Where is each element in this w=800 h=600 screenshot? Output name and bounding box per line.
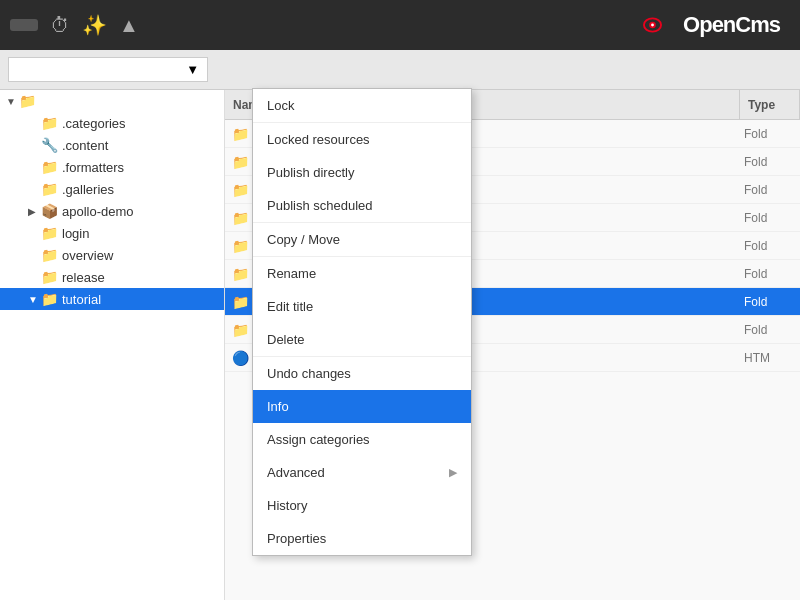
- col-header-type: Type: [740, 90, 800, 119]
- menu-item-label: Publish scheduled: [267, 198, 373, 213]
- row-icon: 📁: [225, 238, 255, 254]
- menu-item-label: Advanced: [267, 465, 325, 480]
- folder-icon: 📦: [40, 203, 58, 219]
- sidebar-item-apollo-demo[interactable]: ▶ 📦 apollo-demo: [0, 200, 224, 222]
- menu-item-undo-changes[interactable]: Undo changes: [253, 357, 471, 390]
- tree-item-label: release: [62, 270, 105, 285]
- menu-item-label: Edit title: [267, 299, 313, 314]
- folder-icon: 📁: [40, 181, 58, 197]
- row-type: Fold: [740, 155, 800, 169]
- toolbar-row: ▼: [0, 50, 800, 90]
- folder-icon: 📁: [40, 225, 58, 241]
- submenu-arrow-icon: ▶: [449, 466, 457, 479]
- row-icon: 📁: [225, 154, 255, 170]
- main-area: ▼ 📁 📁 .categories 🔧 .content 📁 .formatte…: [0, 90, 800, 600]
- row-type: Fold: [740, 127, 800, 141]
- sidebar-tree: 📁 .categories 🔧 .content 📁 .formatters 📁…: [0, 112, 224, 310]
- folder-icon: 📁: [40, 247, 58, 263]
- tree-root[interactable]: ▼ 📁: [0, 90, 224, 112]
- sidebar-item--formatters[interactable]: 📁 .formatters: [0, 156, 224, 178]
- menu-item-label: Publish directly: [267, 165, 354, 180]
- tree-item-label: overview: [62, 248, 113, 263]
- tree-item-label: login: [62, 226, 89, 241]
- logo: OpenCms: [643, 12, 780, 38]
- menu-item-label: Lock: [267, 98, 294, 113]
- toggle-icon: ▼: [6, 96, 18, 107]
- folder-icon: 📁: [40, 115, 58, 131]
- row-type: Fold: [740, 239, 800, 253]
- upload-icon[interactable]: ▲: [119, 14, 139, 37]
- explorer-button[interactable]: [10, 19, 38, 31]
- opencms-logo-text: OpenCms: [683, 12, 780, 38]
- folder-icon: 🔧: [40, 137, 58, 153]
- tree-item-label: .galleries: [62, 182, 114, 197]
- menu-item-advanced[interactable]: Advanced ▶: [253, 456, 471, 489]
- folder-icon: 📁: [40, 159, 58, 175]
- menu-item-locked-resources[interactable]: Locked resources: [253, 123, 471, 156]
- header: ⏱ ✨ ▲ OpenCms: [0, 0, 800, 50]
- menu-item-label: Rename: [267, 266, 316, 281]
- tree-item-label: .categories: [62, 116, 126, 131]
- wand-icon[interactable]: ✨: [82, 13, 107, 37]
- row-type: Fold: [740, 211, 800, 225]
- sidebar: ▼ 📁 📁 .categories 🔧 .content 📁 .formatte…: [0, 90, 225, 600]
- toggle-icon: ▼: [28, 294, 40, 305]
- menu-item-lock[interactable]: Lock: [253, 89, 471, 122]
- menu-item-properties[interactable]: Properties: [253, 522, 471, 555]
- history-icon[interactable]: ⏱: [50, 14, 70, 37]
- menu-item-info[interactable]: Info: [253, 390, 471, 423]
- tree-item-label: .content: [62, 138, 108, 153]
- site-dropdown[interactable]: ▼: [8, 57, 208, 82]
- tree-item-label: .formatters: [62, 160, 124, 175]
- menu-item-label: Info: [267, 399, 289, 414]
- folder-icon: 📁: [40, 269, 58, 285]
- menu-item-label: History: [267, 498, 307, 513]
- tree-item-label: tutorial: [62, 292, 101, 307]
- menu-item-copy---move[interactable]: Copy / Move: [253, 223, 471, 256]
- folder-icon: 📁: [40, 291, 58, 307]
- chevron-down-icon: ▼: [186, 62, 199, 77]
- sidebar-item-release[interactable]: 📁 release: [0, 266, 224, 288]
- menu-item-label: Copy / Move: [267, 232, 340, 247]
- row-type: HTM: [740, 351, 800, 365]
- menu-item-label: Assign categories: [267, 432, 370, 447]
- root-folder-icon: 📁: [18, 93, 36, 109]
- row-type: Fold: [740, 295, 800, 309]
- row-type: Fold: [740, 183, 800, 197]
- sidebar-item--content[interactable]: 🔧 .content: [0, 134, 224, 156]
- menu-item-assign-categories[interactable]: Assign categories: [253, 423, 471, 456]
- menu-item-label: Undo changes: [267, 366, 351, 381]
- toggle-icon: ▶: [28, 206, 40, 217]
- menu-item-publish-directly[interactable]: Publish directly: [253, 156, 471, 189]
- opencms-logo-icon: [643, 13, 681, 37]
- menu-item-label: Delete: [267, 332, 305, 347]
- row-type: Fold: [740, 323, 800, 337]
- row-icon: 📁: [225, 322, 255, 338]
- sidebar-item--categories[interactable]: 📁 .categories: [0, 112, 224, 134]
- context-menu: Lock Locked resources Publish directly P…: [252, 88, 472, 556]
- sidebar-item-overview[interactable]: 📁 overview: [0, 244, 224, 266]
- row-icon: 📁: [225, 182, 255, 198]
- menu-item-rename[interactable]: Rename: [253, 257, 471, 290]
- sidebar-item-tutorial[interactable]: ▼ 📁 tutorial: [0, 288, 224, 310]
- row-icon: 📁: [225, 294, 255, 310]
- menu-item-delete[interactable]: Delete: [253, 323, 471, 356]
- svg-point-2: [651, 24, 654, 27]
- menu-item-label: Locked resources: [267, 132, 370, 147]
- sidebar-item--galleries[interactable]: 📁 .galleries: [0, 178, 224, 200]
- menu-item-history[interactable]: History: [253, 489, 471, 522]
- menu-item-label: Properties: [267, 531, 326, 546]
- row-icon: 📁: [225, 210, 255, 226]
- row-icon: 📁: [225, 126, 255, 142]
- row-type: Fold: [740, 267, 800, 281]
- sidebar-item-login[interactable]: 📁 login: [0, 222, 224, 244]
- menu-item-edit-title[interactable]: Edit title: [253, 290, 471, 323]
- row-icon: 📁: [225, 266, 255, 282]
- row-icon: 🔵: [225, 350, 255, 366]
- menu-item-publish-scheduled[interactable]: Publish scheduled: [253, 189, 471, 222]
- tree-item-label: apollo-demo: [62, 204, 134, 219]
